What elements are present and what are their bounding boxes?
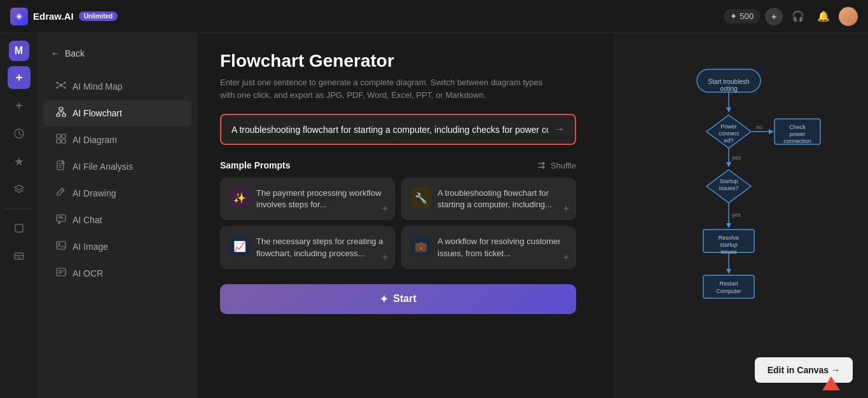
flowchart-svg: Start troublesh ooting Power connect ed?… [659, 63, 824, 330]
back-label: Back [65, 48, 85, 58]
headphone-icon[interactable]: 🎧 [788, 6, 808, 27]
prompt-input-container: → [220, 114, 576, 145]
svg-text:power: power [789, 131, 805, 137]
nav-box-icon[interactable] [8, 217, 31, 240]
svg-rect-12 [57, 134, 60, 138]
prompt-card-add-4[interactable]: + [563, 252, 569, 263]
ocr-icon [56, 267, 66, 280]
add-button[interactable]: + [765, 8, 783, 25]
svg-marker-31 [769, 129, 774, 134]
sidebar-item-label: AI Drawing [72, 188, 116, 198]
sparkle-icon: ✦ [730, 11, 737, 21]
nav-star-icon[interactable] [8, 150, 31, 173]
sidebar-item-ai-chat[interactable]: AI Chat [43, 207, 191, 233]
prompt-card-add-2[interactable]: + [563, 203, 569, 214]
svg-rect-9 [59, 107, 63, 110]
svg-rect-3 [15, 253, 24, 259]
nav-clock-icon[interactable] [8, 122, 31, 145]
sample-prompts-label: Sample Prompts [220, 160, 290, 170]
nav-sparkle-icon[interactable] [8, 94, 31, 117]
nav-plus-icon[interactable] [8, 66, 31, 89]
prompt-card-icon-2: 🔧 [411, 188, 431, 208]
credits-value: 500 [740, 11, 754, 21]
shuffle-label: Shuffle [551, 161, 576, 170]
prompt-card-add-3[interactable]: + [382, 252, 388, 263]
avatar[interactable] [839, 7, 858, 26]
svg-marker-44 [726, 223, 731, 228]
svg-text:ed?: ed? [724, 137, 733, 144]
svg-marker-38 [726, 162, 731, 167]
sidebar-narrow: M [0, 33, 38, 398]
app-title: Edraw.AI [33, 11, 74, 22]
svg-rect-13 [62, 134, 65, 138]
sidebar-item-label: AI File Analysis [72, 161, 133, 172]
sidebar-main: ← Back AI Mind Map [38, 33, 197, 398]
svg-marker-25 [726, 107, 731, 113]
svg-text:Check: Check [789, 124, 806, 130]
sidebar-item-ai-ocr[interactable]: AI OCR [43, 261, 191, 286]
prompt-card-text-1: The payment processing workflow involves… [256, 188, 385, 210]
prompt-card-1[interactable]: ✨ The payment processing workflow involv… [220, 178, 395, 220]
app-logo: Edraw.AI Unlimited [10, 8, 118, 25]
edit-canvas-arrow [822, 376, 840, 390]
nav-layers-icon[interactable] [8, 178, 31, 201]
svg-text:startup: startup [720, 242, 738, 248]
prompt-card-3[interactable]: 📈 The necessary steps for creating a flo… [220, 226, 395, 268]
nav-archive-icon[interactable] [8, 245, 31, 268]
prompt-card-text-4: A workflow for resolving customer issues… [437, 236, 567, 259]
svg-text:Power: Power [720, 123, 737, 130]
svg-rect-11 [62, 114, 65, 116]
sidebar-item-label: AI Flowchart [72, 108, 122, 118]
prompt-card-add-1[interactable]: + [382, 203, 388, 214]
start-button[interactable]: ✦ Start [220, 284, 576, 314]
sidebar-item-ai-drawing[interactable]: AI Drawing [43, 181, 191, 206]
svg-rect-18 [57, 242, 65, 249]
start-label: Start [393, 293, 416, 305]
sidebar-item-ai-flowchart[interactable]: AI Flowchart [43, 100, 191, 126]
mind-map-icon [56, 80, 66, 93]
page-description: Enter just one sentence to generate a co… [220, 76, 551, 101]
svg-text:yes: yes [731, 154, 741, 161]
sidebar-item-label: AI Diagram [72, 135, 117, 145]
prompt-submit-arrow[interactable]: → [553, 123, 565, 136]
sidebar-item-label: AI OCR [72, 268, 103, 278]
svg-point-19 [59, 244, 60, 245]
shuffle-button[interactable]: Shuffle [538, 161, 576, 170]
sidebar-item-ai-file-analysis[interactable]: AI File Analysis [43, 154, 191, 179]
sidebar-item-ai-diagram[interactable]: AI Diagram [43, 127, 191, 153]
sidebar-item-label: AI Image [72, 242, 108, 252]
back-button[interactable]: ← Back [38, 43, 196, 64]
svg-text:Resolve: Resolve [718, 235, 739, 241]
svg-text:Start troublesh: Start troublesh [708, 78, 749, 85]
sidebar-item-ai-image[interactable]: AI Image [43, 234, 191, 259]
prompt-card-4[interactable]: 💼 A workflow for resolving customer issu… [401, 226, 576, 268]
flowchart-icon [56, 107, 66, 120]
image-icon [56, 240, 66, 253]
svg-text:Startup: Startup [719, 178, 738, 184]
chat-icon [56, 214, 66, 226]
sidebar-item-ai-mind-map[interactable]: AI Mind Map [43, 74, 191, 99]
svg-rect-2 [15, 224, 23, 232]
bell-icon[interactable]: 🔔 [813, 6, 834, 27]
svg-text:yes: yes [731, 212, 741, 218]
header: Edraw.AI Unlimited ✦ 500 + 🎧 🔔 [0, 0, 868, 33]
prompt-input[interactable] [231, 125, 548, 135]
prompt-card-text-2: A troubleshooting flowchart for starting… [437, 188, 567, 210]
prompt-card-2[interactable]: 🔧 A troubleshooting flowchart for starti… [401, 178, 576, 220]
file-analysis-icon [56, 160, 66, 173]
svg-rect-15 [62, 139, 65, 143]
drawing-icon [56, 187, 66, 200]
flowchart-preview: Start troublesh ooting Power connect ed?… [614, 33, 868, 398]
diagram-icon [56, 134, 66, 146]
svg-text:issues?: issues? [719, 185, 738, 191]
edit-canvas-label: Edit in Canvas → [768, 365, 840, 375]
svg-rect-52 [703, 275, 754, 298]
svg-rect-20 [57, 268, 65, 276]
user-initial[interactable]: M [9, 41, 29, 61]
prompt-card-icon-3: 📈 [230, 236, 250, 256]
svg-rect-10 [57, 114, 60, 116]
svg-marker-51 [726, 269, 731, 274]
start-icon: ✦ [380, 293, 388, 305]
credits-display: ✦ 500 [724, 9, 760, 24]
svg-text:Computer: Computer [716, 288, 741, 294]
